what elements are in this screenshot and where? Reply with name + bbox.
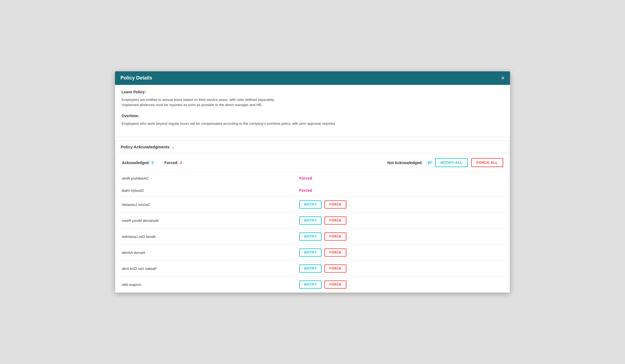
table-row: meeR ysroM demahoMNOTIFYFORCE [115, 213, 510, 229]
employee-status-7: NOTIFYFORCE [293, 277, 510, 293]
force-button[interactable]: FORCE [324, 280, 346, 289]
employee-status-1: Forced [293, 184, 510, 197]
force-button[interactable]: FORCE [324, 264, 346, 273]
table-row: redniwsaJ veD lamaKNOTIFYFORCE [115, 229, 510, 245]
notify-button[interactable]: NOTIFY [299, 232, 322, 241]
notify-all-button[interactable]: NOTIFY ALL [435, 158, 468, 167]
not-acknowledged-value: 97 [428, 161, 432, 165]
table-row: iilatiV kybuizDForced [115, 184, 510, 197]
forced-value: 2 [180, 161, 182, 165]
employee-status-3: NOTIFYFORCE [293, 213, 510, 229]
policy-section-1: Overtime:Employees who work beyond regul… [122, 113, 503, 126]
notify-button[interactable]: NOTIFY [299, 280, 322, 289]
not-acknowledged-label: Not Acknowledged: [387, 161, 423, 165]
section-paragraph-1-0: Employees who work beyond regular hours … [122, 121, 503, 126]
table-row: htelaneoJ nosnaCNOTIFYFORCE [115, 197, 510, 213]
employee-status-6: NOTIFYFORCE [293, 261, 510, 277]
force-button[interactable]: FORCE [324, 216, 346, 225]
employee-status-2: NOTIFYFORCE [293, 197, 510, 213]
table-row: utniR yruhdwohCForced [115, 172, 510, 184]
forced-status-text: Forced [299, 176, 312, 180]
table-row: oliN orapmANOTIFYFORCE [115, 277, 510, 293]
employee-name-2: htelaneoJ nosnaC [115, 197, 293, 213]
action-buttons-6: NOTIFYFORCE [299, 264, 503, 273]
acknowledgments-header[interactable]: Policy Acknowledgments ⌄ [115, 141, 510, 153]
employee-name-7: oliN orapmA [115, 277, 293, 293]
section-paragraph-0-1: Unplanned absences must be reported as s… [122, 102, 503, 108]
not-acknowledged-group: Not Acknowledged: 97 NOTIFY ALL FORCE AL… [387, 158, 503, 167]
section-label-1: Overtime: [122, 113, 503, 119]
notify-button[interactable]: NOTIFY [299, 216, 322, 225]
acknowledgments-title: Policy Acknowledgments [121, 145, 170, 149]
employee-name-1: iilatiV kybuizD [115, 184, 293, 197]
forced-label: Forced: [164, 161, 178, 165]
modal-title: Policy Details [120, 75, 152, 81]
acknowledged-label: Acknowledged: [122, 161, 150, 165]
notify-button[interactable]: NOTIFY [299, 264, 322, 273]
employee-name-5: demhA demaH [115, 245, 293, 261]
acknowledgments-table: utniR yruhdwohCForcediilatiV kybuizDForc… [115, 172, 510, 292]
force-all-button[interactable]: FORCE ALL [471, 158, 503, 167]
section-label-0: Leave Policy: [122, 89, 503, 95]
action-buttons-4: NOTIFYFORCE [299, 232, 503, 241]
section-paragraph-0-0: Employees are entitled to annual leave b… [122, 97, 503, 103]
action-buttons-3: NOTIFYFORCE [299, 216, 503, 225]
employee-status-5: NOTIFYFORCE [293, 245, 510, 261]
employee-name-3: meeR ysroM demahoM [115, 213, 293, 229]
stats-row: Acknowledged: 5 Forced: 2 Not Acknowledg… [115, 153, 510, 172]
action-buttons-5: NOTIFYFORCE [299, 248, 503, 257]
action-buttons-7: NOTIFYFORCE [299, 280, 503, 289]
action-buttons-2: NOTIFYFORCE [299, 200, 503, 209]
modal-header: Policy Details × [115, 71, 510, 85]
section-divider [115, 137, 510, 137]
notify-button[interactable]: NOTIFY [299, 248, 322, 257]
forced-stat: Forced: 2 [164, 161, 182, 165]
table-row: demhA demaHNOTIFYFORCE [115, 245, 510, 261]
policy-section-0: Leave Policy:Employees are entitled to a… [122, 89, 503, 108]
policy-details-modal: Policy Details × Leave Policy:Employees … [115, 71, 510, 293]
employee-name-4: redniwsaJ veD lamaK [115, 229, 293, 245]
force-button[interactable]: FORCE [324, 200, 346, 209]
chevron-down-icon: ⌄ [172, 145, 175, 149]
employee-name-6: dirrA kciD naV nalisaP [115, 261, 293, 277]
notify-button[interactable]: NOTIFY [299, 200, 322, 209]
force-button[interactable]: FORCE [324, 248, 346, 257]
table-row: dirrA kciD naV nalisaPNOTIFYFORCE [115, 261, 510, 277]
forced-status-text: Forced [299, 188, 312, 193]
employee-name-0: utniR yruhdwohC [115, 172, 293, 184]
close-button[interactable]: × [501, 75, 505, 81]
acknowledgments-section: Policy Acknowledgments ⌄ Acknowledged: 5… [115, 141, 510, 293]
force-button[interactable]: FORCE [324, 232, 346, 241]
employee-status-4: NOTIFYFORCE [293, 229, 510, 245]
policy-text-section: Leave Policy:Employees are entitled to a… [115, 85, 510, 137]
acknowledged-value: 5 [151, 161, 154, 165]
employee-status-0: Forced [293, 172, 510, 184]
acknowledged-stat: Acknowledged: 5 [122, 161, 154, 165]
